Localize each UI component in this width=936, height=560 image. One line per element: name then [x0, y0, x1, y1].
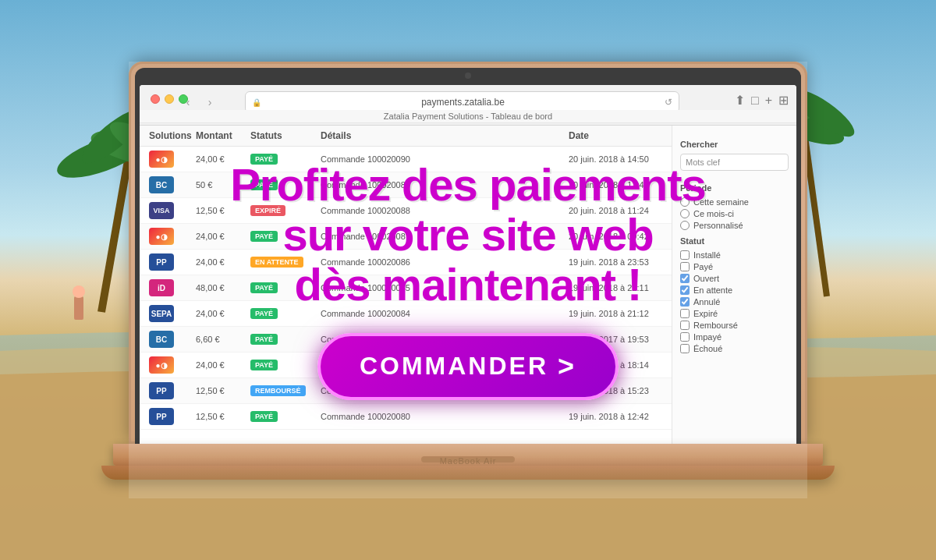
laptop: ⊞ ‹ › 🔒 payments.zatalia.be ↺ ⬆ □ + ⊞	[129, 62, 807, 498]
cta-arrow-icon: >	[558, 350, 576, 383]
headline-line1: Profitez des paiements	[230, 160, 706, 210]
cta-label: COMMANDER	[360, 352, 548, 381]
headline-line2: sur votre site web	[282, 210, 653, 260]
headline-line3: dès maintenant !	[295, 260, 642, 310]
commander-button[interactable]: COMMANDER >	[317, 333, 619, 400]
overlay: Profitez des paiements sur votre site we…	[129, 62, 807, 498]
